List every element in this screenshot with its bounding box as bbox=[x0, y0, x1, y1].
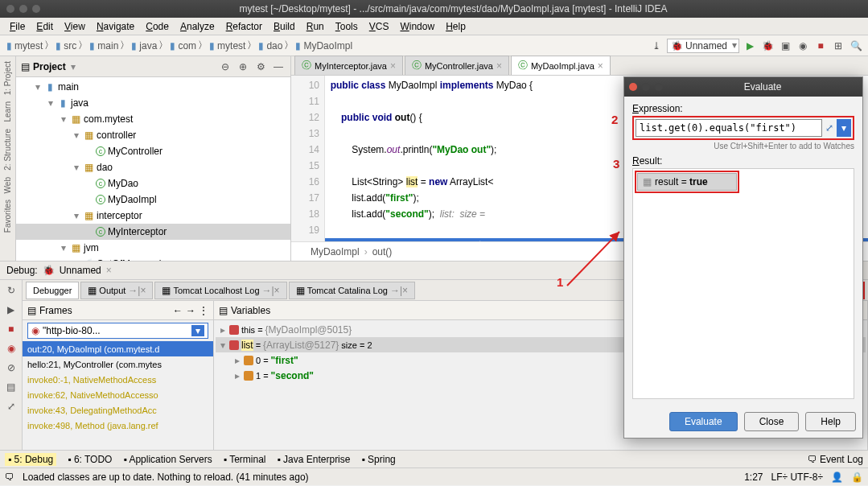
menu-file[interactable]: File bbox=[5, 19, 30, 34]
tree-node[interactable]: ▾▦com.mytest bbox=[16, 111, 290, 127]
tool-tab[interactable]: Favorites bbox=[3, 200, 12, 233]
project-tree[interactable]: ▾▮main▾▮java▾▦com.mytest▾▦controllercMyC… bbox=[16, 77, 290, 261]
editor-gutter[interactable]: 101112131415161718192021 bbox=[291, 76, 325, 241]
expand-icon[interactable]: ⤢ bbox=[822, 119, 837, 137]
tree-node[interactable]: ☕OutOfMemory.java bbox=[16, 256, 290, 261]
prev-icon[interactable]: ← bbox=[173, 305, 183, 316]
tool-tab[interactable]: Learn bbox=[3, 101, 12, 122]
stop-icon[interactable]: ■ bbox=[813, 39, 828, 53]
structure-icon[interactable]: ⊞ bbox=[831, 39, 845, 53]
pin-icon[interactable]: ⤢ bbox=[4, 399, 19, 414]
stop-icon[interactable]: ■ bbox=[4, 322, 19, 336]
menu-run[interactable]: Run bbox=[302, 19, 329, 34]
editor-tab[interactable]: ⓒMyController.java × bbox=[405, 56, 509, 75]
tree-node[interactable]: cMyDaoImpl bbox=[16, 192, 290, 208]
menu-edit[interactable]: Edit bbox=[31, 19, 58, 34]
menu-view[interactable]: View bbox=[60, 19, 90, 34]
stack-frame[interactable]: invoke:498, Method (java.lang.ref bbox=[23, 418, 213, 433]
locate-icon[interactable]: ⊕ bbox=[236, 60, 250, 74]
tree-node[interactable]: ▾▮java bbox=[16, 95, 290, 111]
breadcrumb-item[interactable]: ▮MyDaoImpl bbox=[294, 40, 354, 51]
help-button[interactable]: Help bbox=[805, 412, 856, 431]
bottom-tab[interactable]: ▪ Java Enterprise bbox=[278, 454, 351, 465]
tree-node[interactable]: ▾▦interceptor bbox=[16, 208, 290, 224]
tool-tab[interactable]: 1: Project bbox=[3, 61, 12, 95]
tree-node[interactable]: ▾▦controller bbox=[16, 127, 290, 143]
coverage-icon[interactable]: ▣ bbox=[778, 39, 792, 53]
encoding[interactable]: LF÷ UTF-8÷ bbox=[771, 472, 823, 483]
tree-node[interactable]: ▾▦jvm bbox=[16, 240, 290, 256]
debug-tab[interactable]: Debugger bbox=[26, 282, 79, 299]
menu-build[interactable]: Build bbox=[269, 19, 300, 34]
result-value[interactable]: ▦ result = true bbox=[637, 173, 737, 191]
more-icon[interactable]: ⋮ bbox=[199, 305, 208, 316]
menu-window[interactable]: Window bbox=[395, 19, 439, 34]
collapse-icon[interactable]: ⊖ bbox=[218, 60, 232, 74]
bottom-tab[interactable]: ▪ 5: Debug bbox=[5, 453, 56, 466]
tree-node[interactable]: cMyInterceptor bbox=[16, 224, 290, 240]
minimize-icon[interactable] bbox=[642, 83, 650, 91]
menu-help[interactable]: Help bbox=[441, 19, 471, 34]
stack-frame[interactable]: out:20, MyDaoImpl (com.mytest.d bbox=[23, 341, 213, 356]
menu-analyze[interactable]: Analyze bbox=[175, 19, 220, 34]
menu-refactor[interactable]: Refactor bbox=[221, 19, 267, 34]
stack-frame[interactable]: invoke:62, NativeMethodAccesso bbox=[23, 387, 213, 402]
debug-tab[interactable]: ▦Tomcat Catalina Log →|× bbox=[289, 282, 415, 299]
mute-icon[interactable]: ⊘ bbox=[4, 360, 19, 375]
menu-navigate[interactable]: Navigate bbox=[92, 19, 139, 34]
menu-code[interactable]: Code bbox=[141, 19, 174, 34]
inspector-icon[interactable]: 👤 bbox=[831, 472, 843, 483]
menu-tools[interactable]: Tools bbox=[331, 19, 363, 34]
zoom-icon[interactable] bbox=[655, 83, 663, 91]
layout-icon[interactable]: ▤ bbox=[4, 380, 19, 394]
next-icon[interactable]: → bbox=[186, 305, 195, 316]
tree-node[interactable]: cMyController bbox=[16, 143, 290, 159]
tree-node[interactable]: ▾▦dao bbox=[16, 159, 290, 175]
event-log-tab[interactable]: 🗨 Event Log bbox=[808, 454, 863, 465]
profile-icon[interactable]: ◉ bbox=[796, 39, 810, 53]
breakpoints-icon[interactable]: ◉ bbox=[4, 341, 19, 356]
tree-node[interactable]: ▾▮main bbox=[16, 79, 290, 95]
stack-frame[interactable]: invoke:43, DelegatingMethodAcc bbox=[23, 402, 213, 418]
bottom-tab[interactable]: ▪ Application Servers bbox=[123, 454, 212, 465]
bottom-tab[interactable]: ▪ 6: TODO bbox=[68, 454, 112, 465]
menu-vcs[interactable]: VCS bbox=[364, 19, 394, 34]
breadcrumb-item[interactable]: ▮mytest bbox=[5, 40, 44, 51]
breadcrumb-item[interactable]: ▮java bbox=[130, 40, 158, 51]
window-control-icon[interactable] bbox=[6, 5, 14, 13]
window-control-icon[interactable] bbox=[32, 5, 40, 13]
rerun-icon[interactable]: ↻ bbox=[4, 283, 19, 298]
tree-node[interactable]: cMyDao bbox=[16, 175, 290, 192]
gear-icon[interactable]: ⚙ bbox=[253, 60, 268, 74]
breadcrumb-item[interactable]: ▮com bbox=[168, 40, 198, 51]
debug-icon[interactable]: 🐞 bbox=[760, 39, 775, 53]
stack-frame[interactable]: invoke0:-1, NativeMethodAccess bbox=[23, 372, 213, 387]
hide-icon[interactable]: — bbox=[271, 60, 286, 74]
search-icon[interactable]: 🔍 bbox=[849, 39, 863, 53]
bottom-tab[interactable]: ▪ Terminal bbox=[224, 454, 266, 465]
thread-selector[interactable]: ◉"http-bio-80...▾ bbox=[27, 323, 208, 339]
tool-tab[interactable]: Web bbox=[3, 177, 12, 193]
stack-frame[interactable]: hello:21, MyController (com.mytes bbox=[23, 356, 213, 372]
editor-tab[interactable]: ⓒMyInterceptor.java × bbox=[294, 56, 403, 75]
bottom-tab[interactable]: ▪ Spring bbox=[361, 454, 395, 465]
evaluate-button[interactable]: Evaluate bbox=[669, 412, 738, 431]
tool-tab[interactable]: 2: Structure bbox=[3, 129, 12, 171]
run-icon[interactable]: ▶ bbox=[743, 39, 757, 53]
breadcrumb-item[interactable]: ▮main bbox=[88, 40, 120, 51]
expression-input[interactable] bbox=[636, 119, 822, 137]
run-config-combo[interactable]: 🐞 Unnamed bbox=[667, 39, 739, 53]
resume-icon[interactable]: ▶ bbox=[4, 303, 19, 317]
debug-tab[interactable]: ▦Output →|× bbox=[80, 282, 153, 299]
breadcrumb-item[interactable]: ▮mytest bbox=[208, 40, 247, 51]
build-icon[interactable]: ⤓ bbox=[649, 39, 664, 53]
history-dropdown-icon[interactable]: ▾ bbox=[837, 119, 851, 137]
breadcrumb-item[interactable]: ▮dao bbox=[257, 40, 284, 51]
window-control-icon[interactable] bbox=[19, 5, 27, 13]
close-icon[interactable] bbox=[629, 83, 637, 91]
breadcrumb-item[interactable]: ▮src bbox=[54, 40, 78, 51]
editor-tab[interactable]: ⓒMyDaoImpl.java × bbox=[511, 56, 611, 75]
lock-icon[interactable]: 🔒 bbox=[851, 472, 863, 483]
debug-tab[interactable]: ▦Tomcat Localhost Log →|× bbox=[154, 282, 286, 299]
close-button[interactable]: Close bbox=[744, 412, 800, 431]
